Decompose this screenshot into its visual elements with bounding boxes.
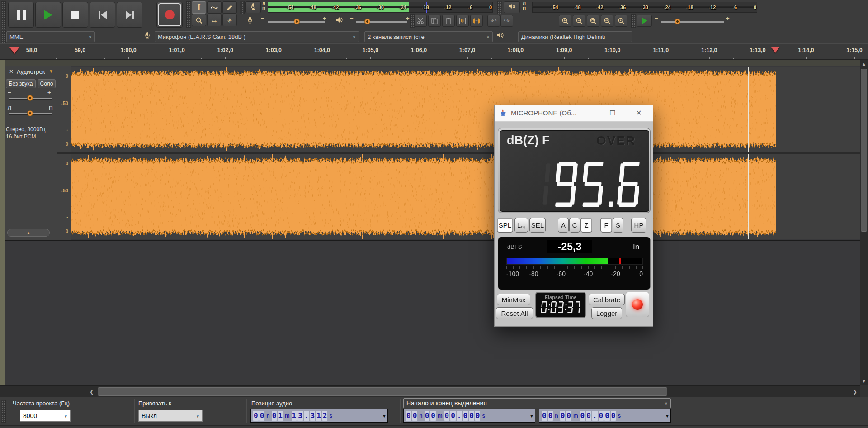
playhead-pin-marker[interactable] bbox=[9, 47, 19, 54]
zoom-out-button[interactable] bbox=[573, 15, 585, 27]
time-digit[interactable]: 0 bbox=[253, 411, 259, 421]
skip-to-end-button[interactable] bbox=[117, 2, 142, 28]
time-digit[interactable]: 0 bbox=[580, 411, 585, 421]
time-digit[interactable]: 0 bbox=[566, 411, 571, 421]
scroll-up-arrow-icon[interactable]: ▲ bbox=[860, 61, 868, 68]
logger-button[interactable]: Logger bbox=[591, 307, 622, 319]
time-digit[interactable]: 0 bbox=[604, 411, 610, 421]
time-digit[interactable]: 0 bbox=[586, 411, 591, 421]
selection-start-field[interactable]: 00h00m00.000s▼ bbox=[403, 409, 535, 423]
playback-meter-grip[interactable] bbox=[497, 1, 502, 14]
copy-button[interactable] bbox=[428, 15, 441, 27]
spinner-icon[interactable]: ▼ bbox=[529, 414, 534, 418]
time-digit[interactable]: 0 bbox=[542, 411, 547, 421]
minimize-button[interactable]: — bbox=[572, 105, 593, 121]
spl-button-z[interactable]: Z bbox=[580, 218, 592, 233]
spl-button-spl[interactable]: SPL bbox=[497, 218, 513, 233]
recording-meter[interactable]: -54-48-42-36-30-24-18-12-60 bbox=[268, 1, 493, 13]
time-digit[interactable]: 0 bbox=[412, 411, 418, 421]
spl-button-l[interactable]: Leq bbox=[514, 218, 528, 233]
close-button[interactable]: ✕ bbox=[628, 105, 649, 121]
skip-to-start-button[interactable] bbox=[90, 2, 115, 28]
track-close-button[interactable]: ✕ bbox=[8, 68, 15, 75]
playback-meter[interactable]: -54-48-42-36-30-24-18-12-60 bbox=[532, 1, 757, 13]
zoom-fit-button[interactable] bbox=[601, 15, 613, 27]
play-speed-slider[interactable] bbox=[661, 21, 724, 23]
scroll-right-arrow-icon[interactable]: ❯ bbox=[851, 388, 859, 395]
spinner-icon[interactable]: ▼ bbox=[382, 414, 387, 418]
record-button[interactable] bbox=[156, 2, 183, 28]
timeline-ruler[interactable]: 58,059,01:00,01:01,01:02,01:03,01:04,01:… bbox=[0, 43, 868, 60]
time-digit[interactable]: 0 bbox=[430, 411, 436, 421]
pan-slider-thumb[interactable] bbox=[27, 110, 33, 116]
recording-device-select[interactable]: Микрофон (E.A.R.S Gain: 18dB )∨ bbox=[155, 31, 359, 42]
time-digit[interactable]: 0 bbox=[475, 411, 481, 421]
time-digit[interactable]: 2 bbox=[322, 411, 328, 421]
time-digit[interactable]: 0 bbox=[425, 411, 430, 421]
audio-host-select[interactable]: MME∨ bbox=[6, 31, 95, 42]
time-digit[interactable]: 3 bbox=[297, 411, 303, 421]
project-rate-select[interactable]: 8000∨ bbox=[20, 410, 71, 422]
playback-meter-speaker-button[interactable] bbox=[504, 1, 520, 13]
transport-toolbar-grip[interactable] bbox=[1, 1, 6, 29]
selection-toolbar-grip[interactable] bbox=[1, 400, 6, 423]
spl-button-s[interactable]: S bbox=[613, 218, 623, 233]
horizontal-scrollbar[interactable]: ❮ ❯ bbox=[0, 385, 860, 397]
time-digit[interactable]: 0 bbox=[450, 411, 456, 421]
time-digit[interactable]: 3 bbox=[310, 411, 316, 421]
time-digit[interactable]: 0 bbox=[406, 411, 411, 421]
track-collapse-button[interactable]: ▲ bbox=[7, 229, 50, 237]
record-position-marker[interactable] bbox=[771, 47, 779, 53]
playback-device-select[interactable]: Динамики (Realtek High Definiti bbox=[518, 31, 632, 42]
solo-button[interactable]: Соло bbox=[38, 79, 56, 88]
audio-position-field[interactable]: 00h01m13.312s▼ bbox=[250, 409, 388, 423]
time-digit[interactable]: 0 bbox=[469, 411, 474, 421]
time-digit[interactable]: 0 bbox=[560, 411, 566, 421]
envelope-tool-button[interactable] bbox=[207, 1, 222, 14]
silence-button[interactable] bbox=[470, 15, 483, 27]
reset-all-button[interactable]: Reset All bbox=[496, 307, 533, 319]
pause-button[interactable] bbox=[8, 2, 34, 28]
selection-end-field[interactable]: 00h00m00.000s▼ bbox=[539, 409, 671, 423]
maximize-button[interactable]: ☐ bbox=[602, 105, 623, 121]
recording-meter-grip[interactable] bbox=[240, 1, 245, 14]
track-menu-chevron-icon[interactable]: ▼ bbox=[49, 69, 53, 74]
time-digit[interactable]: 0 bbox=[444, 411, 450, 421]
tools-toolbar-grip[interactable] bbox=[186, 1, 191, 28]
play-speed-thumb[interactable] bbox=[675, 19, 680, 24]
zoom-toggle-button[interactable] bbox=[615, 15, 627, 27]
redo-button[interactable]: ↷ bbox=[500, 15, 513, 27]
zoom-selection-button[interactable] bbox=[587, 15, 599, 27]
play-at-speed-button[interactable] bbox=[637, 15, 652, 27]
time-digit[interactable]: 1 bbox=[292, 411, 297, 421]
mute-button[interactable]: Без звука bbox=[6, 79, 36, 88]
scroll-down-arrow-icon[interactable]: ▼ bbox=[860, 377, 868, 385]
spl-button-hp[interactable]: HP bbox=[631, 218, 646, 233]
time-digit[interactable]: 0 bbox=[463, 411, 468, 421]
minmax-button[interactable]: MinMax bbox=[497, 294, 530, 305]
play-at-speed-grip[interactable] bbox=[631, 14, 636, 28]
spl-button-a[interactable]: A bbox=[558, 218, 569, 233]
device-toolbar-grip[interactable] bbox=[1, 30, 6, 43]
trim-button[interactable] bbox=[456, 15, 469, 27]
time-digit[interactable]: 0 bbox=[599, 411, 604, 421]
recording-meter-mic-button[interactable] bbox=[245, 1, 261, 13]
play-button[interactable] bbox=[35, 2, 61, 28]
time-digit[interactable]: 1 bbox=[278, 411, 283, 421]
track-title-menu[interactable]: Аудиотрек bbox=[17, 68, 45, 75]
playback-volume-slider[interactable] bbox=[356, 21, 407, 23]
zoom-in-button[interactable] bbox=[559, 15, 571, 27]
paste-button[interactable] bbox=[442, 15, 455, 27]
time-digit[interactable]: 1 bbox=[316, 411, 321, 421]
waveform-right-channel[interactable] bbox=[71, 154, 860, 239]
spl-window-titlebar[interactable]: MICROPHONE (Об... — ☐ ✕ bbox=[495, 105, 653, 122]
mic-volume-thumb[interactable] bbox=[294, 19, 300, 24]
scroll-left-arrow-icon[interactable]: ❮ bbox=[88, 388, 96, 395]
recording-channels-select[interactable]: 2 канала записи (сте∨ bbox=[364, 31, 493, 42]
cut-button[interactable] bbox=[414, 15, 427, 27]
time-digit[interactable]: 0 bbox=[259, 411, 265, 421]
multi-tool-button[interactable]: ✳ bbox=[222, 14, 237, 26]
horizontal-scroll-thumb[interactable] bbox=[98, 387, 667, 396]
spl-button-sel[interactable]: SEL bbox=[529, 218, 546, 233]
spl-button-f[interactable]: F bbox=[600, 218, 612, 233]
